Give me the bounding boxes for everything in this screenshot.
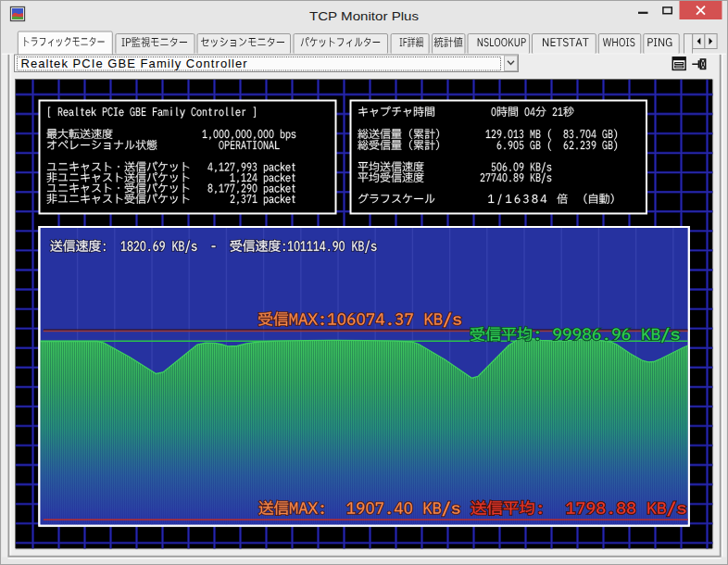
svg-text:TCP Monitor Plus: TCP Monitor Plus [309,9,419,23]
svg-text:Realtek PCIe GBE Family Contro: Realtek PCIe GBE Family Controller [21,56,248,70]
